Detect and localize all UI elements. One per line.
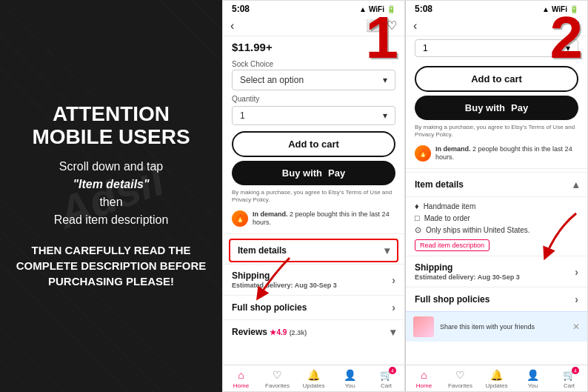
nav-icons-right-2: ♡: [569, 19, 580, 33]
share-banner: Share this item with your friends ✕: [406, 311, 587, 342]
time-2: 5:08: [415, 4, 432, 14]
heart-nav-icon-2: ♡: [455, 369, 465, 381]
nav-cart-1[interactable]: 🛒 4 Cart: [368, 369, 404, 389]
shipping-row-1[interactable]: Shipping Estimated delivery: Aug 30-Sep …: [223, 264, 404, 295]
chevron-down-icon-4: ▾: [566, 43, 570, 53]
policies-row-2[interactable]: Full shop policies ›: [406, 287, 587, 311]
detail-item-3: ⊙ Only ships within United States.: [415, 224, 578, 236]
item-details-row-2[interactable]: Item details ▴: [406, 172, 587, 196]
buy-btn-2[interactable]: Buy with Pay: [415, 96, 578, 120]
phone-2: 2 5:08 ▲ WiFi 🔋 ‹ ♡ 1 ▾ Add to cart Buy: [405, 0, 588, 392]
apple-pay-label-2: Pay: [511, 102, 528, 113]
detail-item-1: ♦ Handmade item: [415, 200, 578, 212]
chevron-icon-2: ›: [392, 302, 395, 313]
price-1: $11.99+: [223, 36, 404, 56]
attention-title: ATTENTION MOBILE USERS: [15, 103, 207, 149]
back-icon-2[interactable]: ‹: [413, 19, 417, 33]
nav-favorites-1[interactable]: ♡ Favorites: [259, 369, 295, 389]
qty-select-2[interactable]: 1 ▾: [415, 39, 578, 57]
heart-icon-2[interactable]: ♡: [569, 19, 580, 33]
phone-content-2: 1 ▾ Add to cart Buy with Pay By making a…: [406, 36, 587, 365]
status-bar-1: 5:08 ▲ WiFi 🔋: [223, 1, 404, 16]
nav-updates-1[interactable]: 🔔 Updates: [295, 369, 332, 389]
add-to-cart-btn-2[interactable]: Add to cart: [415, 66, 578, 92]
sock-label: Sock Choice: [232, 60, 395, 68]
bell-icon-2: 🔔: [490, 369, 503, 381]
chevron-down-icon: ▾: [383, 75, 387, 85]
home-icon-2: ⌂: [421, 369, 427, 381]
detail-item-2: □ Made to order: [415, 212, 578, 224]
person-icon: 👤: [344, 369, 356, 381]
terms-1: By making a purchase, you agree to Etsy'…: [223, 189, 404, 205]
chevron-up-icon: ▴: [573, 179, 578, 190]
chevron-icon-sh: ›: [575, 266, 578, 278]
item-details-row-1[interactable]: Item details ▾: [229, 239, 398, 262]
nav-you-2[interactable]: 👤 You: [515, 369, 551, 389]
share-thumbnail: [413, 316, 434, 337]
phone-1: 1 5:08 ▲ WiFi 🔋 ‹ ⬜ ♡ $11.99+ Sock Choic…: [222, 0, 405, 392]
status-icons-2: ▲ WiFi 🔋: [542, 5, 578, 13]
attention-body: Scroll down and tap "Item details" then …: [15, 158, 207, 229]
share-icon-1[interactable]: ⬜: [366, 19, 381, 33]
chevron-down-icon-3: ▾: [384, 245, 390, 256]
calendar-icon: □: [415, 213, 420, 222]
diamond-icon: ♦: [415, 202, 419, 210]
status-bar-2: 5:08 ▲ WiFi 🔋: [406, 1, 587, 16]
top-nav-2: ‹ ♡: [406, 16, 587, 36]
bottom-nav-2: ⌂ Home ♡ Favorites 🔔 Updates 👤 You 🛒 4: [406, 365, 587, 391]
bottom-nav-1: ⌂ Home ♡ Favorites 🔔 Updates 👤 You 🛒 4: [223, 365, 404, 391]
policies-row-1[interactable]: Full shop policies ›: [223, 295, 404, 319]
attention-footer: THEN CAREFULLY READ THE COMPLETE DESCRIP…: [15, 242, 207, 289]
nav-updates-2[interactable]: 🔔 Updates: [478, 369, 515, 389]
in-demand-2: 🔥 In demand. 2 people bought this in the…: [406, 142, 587, 165]
in-demand-icon-1: 🔥: [232, 210, 248, 227]
item-details-expanded: ♦ Handmade item □ Made to order ⊙ Only s…: [406, 196, 587, 256]
chevron-down-icon-2: ▾: [383, 110, 387, 121]
buy-with-label: Buy with: [282, 167, 322, 179]
back-icon-1[interactable]: ‹: [230, 19, 234, 33]
chevron-icon: ›: [392, 274, 395, 286]
buy-btn-1[interactable]: Buy with Pay: [232, 161, 395, 185]
quantity-select[interactable]: 1 ▾: [232, 106, 395, 125]
nav-home-1[interactable]: ⌂ Home: [223, 369, 259, 389]
in-demand-text-1: In demand. 2 people bought this in the l…: [253, 210, 395, 227]
in-demand-1: 🔥 In demand. 2 people bought this in the…: [223, 207, 404, 230]
add-to-cart-btn-1[interactable]: Add to cart: [232, 131, 395, 157]
top-nav-1: ‹ ⬜ ♡: [223, 16, 404, 36]
divider-2: [406, 168, 587, 169]
time-1: 5:08: [232, 4, 250, 14]
form-section-1: Sock Choice Select an option ▾ Quantity …: [223, 56, 404, 125]
heart-nav-icon: ♡: [273, 369, 282, 381]
truck-icon: ⊙: [415, 225, 421, 235]
nav-you-1[interactable]: 👤 You: [332, 369, 368, 389]
nav-cart-2[interactable]: 🛒 4 Cart: [551, 369, 587, 389]
in-demand-text-2: In demand. 2 people bought this in the l…: [435, 145, 578, 162]
sock-select[interactable]: Select an option ▾: [232, 70, 395, 90]
reviews-row-1[interactable]: Reviews ★4.9 (2.3k) ▾: [223, 319, 404, 344]
buy-with-label-2: Buy with: [465, 102, 505, 113]
share-text: Share this item with your friends: [440, 323, 567, 330]
attention-text: ATTENTION MOBILE USERS Scroll down and t…: [15, 103, 207, 289]
bell-icon: 🔔: [307, 369, 320, 381]
close-icon[interactable]: ✕: [572, 322, 580, 332]
divider-1: [223, 233, 404, 234]
left-panel: Adsil ATTENTION MOBILE USERS Scroll down…: [0, 0, 222, 392]
phone-content-1: $11.99+ Sock Choice Select an option ▾ Q…: [223, 36, 404, 365]
chevron-icon-3: ▾: [390, 326, 395, 338]
shipping-row-2[interactable]: Shipping Estimated delivery: Aug 30-Sep …: [406, 256, 587, 287]
quantity-label: Quantity: [232, 95, 395, 103]
person-icon-2: 👤: [527, 369, 539, 381]
nav-icons-right-1: ⬜ ♡: [366, 19, 397, 33]
chevron-icon-pol: ›: [575, 293, 578, 305]
status-icons-1: ▲ WiFi 🔋: [359, 5, 395, 13]
read-desc-link[interactable]: Read item description: [415, 239, 490, 251]
nav-favorites-2[interactable]: ♡ Favorites: [442, 369, 478, 389]
in-demand-icon-2: 🔥: [415, 145, 431, 162]
terms-2: By making a purchase, you agree to Etsy'…: [406, 124, 587, 139]
apple-pay-label: Pay: [328, 167, 345, 179]
nav-home-2[interactable]: ⌂ Home: [406, 369, 442, 389]
heart-icon-1[interactable]: ♡: [387, 19, 397, 33]
phones-container: 1 5:08 ▲ WiFi 🔋 ‹ ⬜ ♡ $11.99+ Sock Choic…: [222, 0, 588, 392]
home-icon: ⌂: [238, 369, 244, 381]
